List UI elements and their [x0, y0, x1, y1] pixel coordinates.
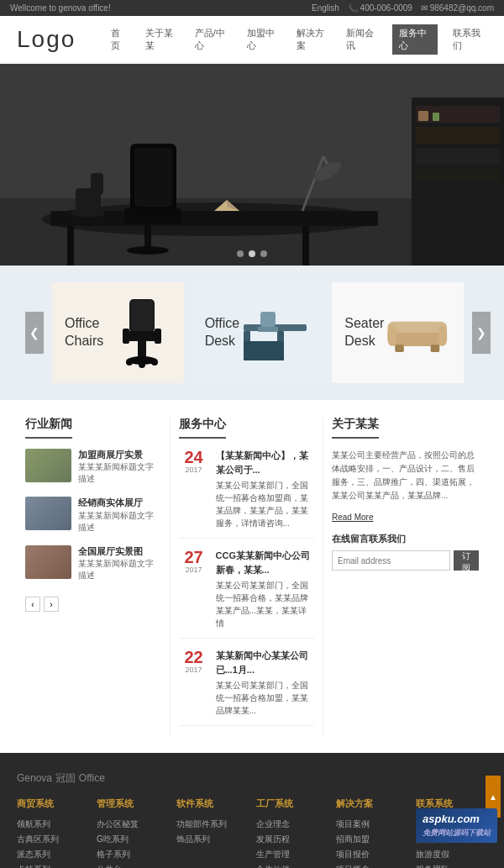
footer-link[interactable]: 项目报价	[336, 847, 407, 862]
nav-service[interactable]: 服务中心	[392, 24, 437, 55]
footer-link[interactable]: G吃系列	[97, 832, 168, 847]
product-card-desk-title: OfficeDesk	[205, 315, 240, 350]
svg-rect-6	[416, 169, 500, 181]
page-next-btn[interactable]: ›	[44, 597, 59, 612]
top-bar-right: English 📞 400-006-0009 ✉ 986482@qq.com	[312, 3, 494, 13]
footer-link[interactable]: 古典区系列	[17, 832, 88, 847]
svg-rect-24	[418, 111, 428, 121]
svg-rect-35	[155, 329, 161, 344]
center-news-title-3: 某某新闻中心某某公司 已...1月...	[216, 649, 315, 676]
footer-link[interactable]: 企业理念	[256, 817, 328, 832]
carousel-prev-btn[interactable]: ❮	[25, 312, 44, 354]
svg-point-15	[127, 246, 169, 255]
footer-col-solutions: 解决方案 项目案例 招商加盟 项目报价 项目概念 加盟服务 资料下载	[336, 797, 407, 868]
footer-link[interactable]: 招商加盟	[336, 832, 407, 847]
date-year-3: 2017	[179, 665, 209, 674]
svg-rect-41	[258, 327, 278, 332]
footer-link[interactable]: 旅游度假	[416, 847, 487, 862]
sofa-svg	[384, 308, 450, 358]
footer-link[interactable]: 领航系列	[17, 817, 88, 832]
list-item: 24 2017 【某某新闻中心】，某某公司于... 某某公司某某部门，全国统一招…	[179, 449, 315, 539]
svg-rect-45	[438, 325, 448, 346]
news-title-1: 加盟商展厅实景	[78, 450, 143, 460]
nav-about[interactable]: 关于某某	[142, 25, 180, 54]
product-card-chairs[interactable]: OfficeChairs	[52, 282, 184, 383]
svg-rect-14	[144, 224, 151, 249]
footer-link[interactable]: 发展历程	[256, 832, 328, 847]
footer-link[interactable]: 功能部件系列	[176, 817, 248, 832]
footer-col-software: 软件系统 功能部件系列 饰品系列	[176, 797, 248, 868]
news-thumb-3	[25, 545, 71, 579]
subscribe-title: 在线留言联系我们	[332, 533, 479, 545]
aspku-main: aspku.com	[423, 813, 480, 825]
read-more-link[interactable]: Read More	[332, 513, 373, 522]
email: ✉ 986482@qq.com	[421, 3, 494, 13]
nav-solutions[interactable]: 解决方案	[293, 25, 331, 54]
svg-rect-43	[388, 322, 448, 333]
svg-rect-5	[416, 148, 500, 165]
list-item: 经销商实体展厅某某某新闻标题文字描述	[25, 497, 161, 533]
footer-link[interactable]: 项目案例	[336, 817, 407, 832]
footer-link[interactable]: 格子系列	[97, 847, 168, 862]
footer-link[interactable]: 服务团队	[416, 862, 487, 868]
product-section: ❮ OfficeChairs	[0, 266, 504, 400]
footer-link[interactable]: 办公区秘笈	[97, 817, 168, 832]
language[interactable]: English	[312, 3, 339, 13]
footer-col-software-title: 软件系统	[176, 797, 248, 810]
date-year-1: 2017	[179, 466, 209, 474]
nav-home[interactable]: 首页	[108, 25, 130, 54]
left-col-title: 行业新闻	[25, 417, 72, 439]
svg-rect-39	[244, 341, 284, 360]
chair-svg	[113, 295, 171, 371]
center-col-title: 服务中心	[179, 417, 226, 439]
product-carousel: ❮ OfficeChairs	[0, 282, 504, 383]
nav-franchise[interactable]: 加盟中心	[244, 25, 281, 54]
footer-col-manage: 管理系统 办公区秘笈 G吃系列 格子系列 公共台 公共区系列 公共桌、茶几	[97, 797, 168, 868]
subscribe-btn[interactable]: 订阅	[454, 550, 479, 571]
footer-link[interactable]: 生产管理	[256, 847, 328, 862]
date-day-3: 22	[179, 649, 209, 665]
footer-link[interactable]: 饰品系列	[176, 832, 248, 847]
news-title-3: 全国展厅实景图	[78, 546, 143, 556]
main-nav: 首页 关于某某 产品/中心 加盟中心 解决方案 新闻会讯 服务中心 联系我们	[108, 24, 487, 55]
hero-dot-1[interactable]	[237, 250, 244, 257]
footer-link[interactable]: 卡特系列	[17, 862, 88, 868]
news-title-2: 经销商实体展厅	[78, 497, 143, 508]
nav-news[interactable]: 新闻会讯	[343, 25, 381, 54]
svg-rect-4	[416, 127, 500, 144]
svg-rect-10	[302, 226, 309, 266]
svg-rect-46	[396, 345, 405, 352]
svg-rect-27	[131, 301, 153, 331]
date-box-2: 27 2017	[179, 549, 209, 629]
left-col: 行业新闻 加盟商展厅实景某某某新闻标题文字描述 经销商实体展厅某某某新闻标题文字…	[17, 417, 171, 736]
news-thumb-1	[25, 449, 71, 482]
product-card-desk[interactable]: OfficeDesk	[192, 282, 324, 383]
right-col-title: 关于某某	[332, 417, 379, 439]
footer-link[interactable]: 项目概念	[336, 862, 407, 868]
nav-products[interactable]: 产品/中心	[192, 25, 232, 54]
footer-link[interactable]: 合作伙伴	[256, 862, 328, 868]
svg-rect-29	[138, 341, 146, 358]
carousel-next-btn[interactable]: ❯	[472, 312, 491, 354]
content-section: 行业新闻 加盟商展厅实景某某某新闻标题文字描述 经销商实体展厅某某某新闻标题文字…	[0, 400, 504, 753]
news-desc-1: 某某某新闻标题文字描述	[78, 462, 154, 483]
about-text: 某某公司主要经营产品，按照公司的总体战略安排，一、产品设计，二、售后服务，三、品…	[332, 449, 479, 502]
hero-dot-3[interactable]	[260, 250, 267, 257]
date-day-1: 24	[179, 449, 209, 466]
logo[interactable]: Logo	[17, 26, 108, 53]
product-card-seater-title: SeaterDesk	[344, 315, 384, 350]
product-card-seater[interactable]: SeaterDesk	[332, 282, 464, 383]
product-card-chairs-title: OfficeChairs	[65, 315, 103, 350]
subscribe-row: 订阅	[332, 550, 479, 571]
aspku-badge: aspku.com 免费网站源码下载站	[416, 808, 497, 843]
subscribe-input[interactable]	[332, 550, 450, 571]
page-prev-btn[interactable]: ‹	[25, 597, 40, 612]
footer-link[interactable]: 派态系列	[17, 847, 88, 862]
date-year-2: 2017	[179, 566, 209, 574]
date-day-2: 27	[179, 549, 209, 566]
nav-contact[interactable]: 联系我们	[449, 25, 487, 54]
svg-rect-34	[123, 329, 129, 344]
hero-dots	[237, 250, 267, 257]
hero-dot-2[interactable]	[249, 250, 255, 257]
footer-link[interactable]: 公共台	[97, 862, 168, 868]
